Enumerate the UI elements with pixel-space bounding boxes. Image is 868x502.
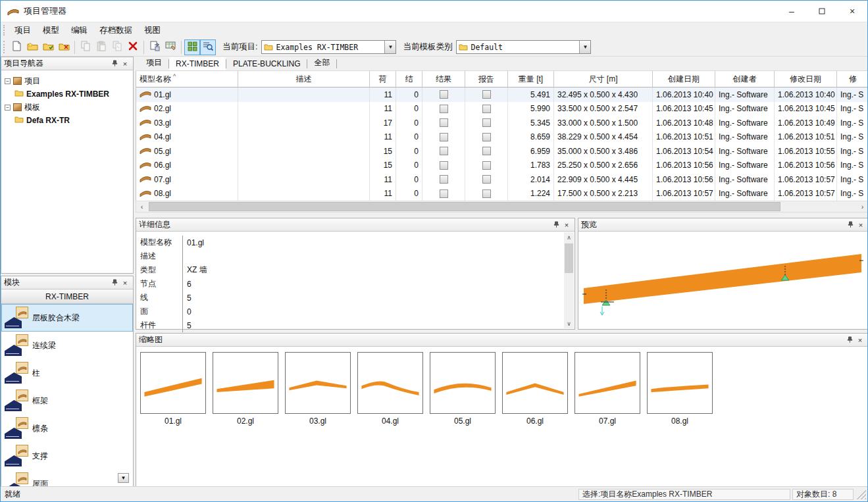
close-panel-icon[interactable]: × [855, 220, 866, 230]
dropdown-arrow-icon[interactable]: ▼ [384, 41, 396, 53]
modules-scroll-down-button[interactable]: ▼ [118, 473, 129, 483]
scrollbar-thumb[interactable] [565, 243, 573, 273]
result-checkbox[interactable] [440, 105, 448, 113]
column-header[interactable]: 结 [396, 71, 422, 87]
column-header[interactable]: 修改日期 [775, 71, 837, 87]
resize-grip[interactable] [855, 489, 866, 499]
thumbnail-item[interactable]: 04.gl [357, 352, 423, 426]
module-glued-laminated-beam[interactable]: 层板胶合木梁 [1, 304, 133, 332]
new-project-button[interactable] [24, 39, 40, 55]
table-row[interactable]: 08.gl1101.22417.500 x 0.500 x 2.2131.06.… [136, 187, 868, 201]
tree-node-templates[interactable]: −模板 [3, 101, 132, 114]
thumbnail-item[interactable]: 01.gl [140, 352, 206, 426]
pin-icon[interactable] [845, 220, 855, 230]
scroll-up-icon[interactable]: ∧ [564, 232, 574, 242]
table-row[interactable]: 05.gl1506.95935.000 x 0.500 x 3.4861.06.… [136, 144, 868, 159]
tab-project[interactable]: 项目 [140, 55, 168, 70]
tree-node-default-template[interactable]: Defa RX-TR [3, 114, 132, 127]
table-row[interactable]: 03.gl1705.34533.000 x 0.500 x 1.5001.06.… [136, 116, 868, 130]
module-purlin[interactable]: 檩条 [1, 414, 133, 442]
column-header[interactable]: 创建者 [715, 71, 775, 87]
thumbnail-item[interactable]: 06.gl [502, 352, 568, 426]
thumbnail-image[interactable] [285, 352, 351, 414]
table-row[interactable]: 01.gl1105.49132.495 x 0.500 x 4.4301.06.… [136, 88, 868, 102]
view-details-toggle[interactable] [200, 39, 216, 55]
menu-model[interactable]: 模型 [37, 23, 65, 38]
column-header[interactable]: 结果 [422, 71, 465, 87]
tree-expander-icon[interactable]: − [5, 105, 11, 111]
result-checkbox[interactable] [482, 147, 491, 155]
table-row[interactable]: 07.gl1102.01422.909 x 0.500 x 4.4451.06.… [136, 172, 868, 187]
delete-button[interactable] [125, 39, 141, 55]
close-panel-icon[interactable]: × [120, 59, 130, 69]
scroll-right-icon[interactable]: › [857, 201, 868, 212]
maximize-button[interactable] [807, 1, 837, 22]
result-checkbox[interactable] [440, 189, 448, 198]
result-checkbox[interactable] [440, 133, 448, 141]
result-checkbox[interactable] [482, 118, 491, 127]
thumbnail-item[interactable]: 08.gl [647, 352, 713, 426]
scroll-down-icon[interactable]: ∨ [564, 318, 574, 328]
column-header[interactable]: 模型名称^ [136, 71, 238, 87]
tab-rx-timber[interactable]: RX-TIMBER [169, 57, 226, 70]
menu-archive-data[interactable]: 存档数据 [93, 23, 138, 38]
result-checkbox[interactable] [482, 90, 491, 99]
pin-icon[interactable] [551, 220, 561, 230]
table-row[interactable]: 02.gl1105.99033.500 x 0.500 x 2.5471.06.… [136, 102, 868, 116]
thumbnail-item[interactable]: 07.gl [574, 352, 640, 426]
column-header[interactable]: 描述 [238, 71, 370, 87]
table-row[interactable]: 06.gl1501.78325.250 x 0.500 x 2.6561.06.… [136, 159, 868, 173]
current-project-combobox[interactable]: Examples RX-TIMBER ▼ [261, 40, 396, 54]
close-button[interactable]: × [837, 1, 867, 22]
menu-edit[interactable]: 编辑 [65, 23, 93, 38]
thumbnail-item[interactable]: 02.gl [213, 352, 278, 426]
pin-icon[interactable] [109, 59, 120, 69]
close-panel-icon[interactable]: × [120, 278, 130, 288]
details-vertical-scrollbar[interactable]: ∧ ∨ [564, 232, 574, 328]
scroll-left-icon[interactable]: ‹ [136, 201, 147, 212]
thumbnail-item[interactable]: 05.gl [430, 352, 496, 426]
result-checkbox[interactable] [482, 189, 491, 198]
result-checkbox[interactable] [440, 118, 448, 127]
pin-icon[interactable] [109, 278, 120, 288]
scrollbar-thumb[interactable] [149, 202, 780, 211]
column-header[interactable]: 报告 [465, 71, 508, 87]
module-continuous-beam[interactable]: 连续梁 [1, 332, 133, 359]
menu-project[interactable]: 项目 [9, 23, 37, 38]
tree-node-examples-rx-timber[interactable]: Examples RX-TIMBER [3, 88, 132, 101]
tab-plate-buckling[interactable]: PLATE-BUCKLING [226, 57, 307, 70]
column-header[interactable]: 修 [837, 71, 868, 87]
menu-view[interactable]: 视图 [138, 23, 166, 38]
import-button[interactable] [147, 39, 163, 55]
close-panel-icon[interactable]: × [561, 220, 572, 230]
view-thumbnails-toggle[interactable] [184, 39, 200, 55]
edit-project-button[interactable] [40, 39, 56, 55]
tree-expander-icon[interactable]: − [5, 78, 11, 84]
column-header[interactable]: 荷 [370, 71, 396, 87]
column-header[interactable]: 重量 [t] [508, 71, 554, 87]
archive-button[interactable] [163, 39, 178, 55]
minimize-button[interactable]: – [777, 1, 807, 22]
thumbnail-image[interactable] [574, 352, 640, 414]
column-header[interactable]: 尺寸 [m] [554, 71, 653, 87]
result-checkbox[interactable] [482, 133, 491, 141]
module-frame[interactable]: 框架 [1, 387, 133, 414]
template-category-combobox[interactable]: Default ▼ [456, 40, 591, 54]
result-checkbox[interactable] [440, 147, 448, 155]
module-column[interactable]: 柱 [1, 359, 133, 387]
manage-projects-button[interactable] [56, 39, 72, 55]
column-header[interactable]: 创建日期 [653, 71, 715, 87]
tree-node-projects[interactable]: −项目 [3, 74, 132, 88]
thumbnail-image[interactable] [502, 352, 568, 414]
table-row[interactable]: 04.gl1108.65938.229 x 0.500 x 4.4541.06.… [136, 130, 868, 145]
thumbnail-image[interactable] [213, 352, 278, 414]
thumbnail-image[interactable] [140, 352, 206, 414]
close-panel-icon[interactable]: × [855, 335, 865, 345]
thumbnail-image[interactable] [647, 352, 713, 414]
result-checkbox[interactable] [440, 175, 448, 184]
tab-all[interactable]: 全部 [307, 55, 336, 70]
module-brace[interactable]: 支撑 [1, 442, 133, 470]
result-checkbox[interactable] [482, 105, 491, 113]
thumbnail-item[interactable]: 03.gl [285, 352, 351, 426]
result-checkbox[interactable] [440, 90, 448, 99]
